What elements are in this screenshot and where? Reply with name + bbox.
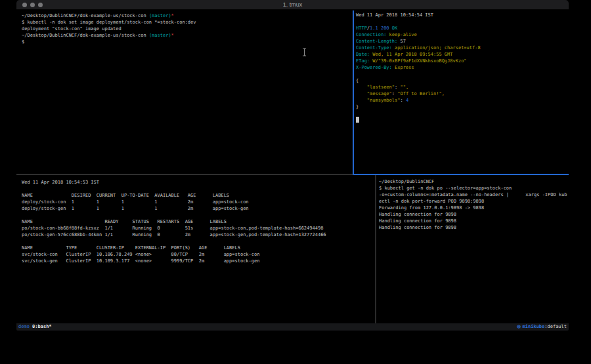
traffic-lights (22, 0, 43, 10)
terminal-line: deployment "stock-con" image updated (22, 26, 353, 32)
terminal-line: $ kubectl get -n dok po --selector=app=s… (379, 185, 569, 192)
terminal-text: Content-Type: (356, 45, 392, 51)
terminal-text: $ kubectl get -n dok po --selector=app=s… (379, 186, 512, 191)
terminal-text: ectl -n dok port-forward POD 9898:9898 (379, 199, 484, 204)
terminal-line: X-Powered-By: Express (356, 64, 569, 71)
terminal-line: svc/stock-gen ClusterIP 10.109.3.177 <no… (22, 258, 375, 264)
terminal-text: ~/Desktop/DublinCNCF/dok-example-us/stoc… (22, 13, 149, 18)
window-titlebar: 1. tmux (16, 0, 569, 10)
terminal-line: NAME DESIRED CURRENT UP-TO-DATE AVAILABL… (22, 192, 375, 199)
terminal-text: po/stock-gen-576cc688bb-44kmn 1/1 Runnin… (22, 232, 326, 237)
terminal-line: deploy/stock-gen 1 1 1 1 2m app=stock-ge… (22, 205, 375, 212)
terminal-text: Handling connection for 9898 (379, 212, 456, 217)
kube-namespace: :default (544, 323, 567, 331)
terminal-line: NAME TYPE CLUSTER-IP EXTERNAL-IP PORT(S)… (22, 245, 375, 251)
terminal-line: Handling connection for 9898 (379, 224, 569, 231)
terminal-line: Wed 11 Apr 2018 10:54:54 IST (356, 12, 569, 18)
terminal-text: Wed 11 Apr 2018 10:54:53 IST (22, 180, 99, 185)
pane-bottom-left-kubectl-watch[interactable]: Wed 11 Apr 2018 10:54:53 ISTNAME DESIRED… (16, 175, 375, 323)
terminal-text: HTTP (356, 26, 367, 31)
terminal-line (356, 110, 569, 117)
terminal-line: -o=custom-columns=:metadata.name --no-he… (379, 192, 569, 198)
terminal-text: svc/stock-gen ClusterIP 10.109.3.177 <no… (22, 258, 259, 264)
tmux-status-bar: demo 0:bash* ☸ minikube :default (16, 323, 569, 331)
terminal-text: Content-Length: (356, 39, 397, 44)
terminal-line: Wed 11 Apr 2018 10:54:53 IST (22, 179, 375, 186)
terminal-text: * (171, 33, 174, 38)
terminal-line: Date: Wed, 11 Apr 2018 09:54:55 GMT (356, 51, 569, 58)
terminal-line: svc/stock-con ClusterIP 10.106.78.249 <n… (22, 251, 375, 258)
window-tab[interactable]: 0:bash* (32, 323, 52, 331)
terminal-text: (master) (149, 13, 171, 18)
tmux-panes: ~/Desktop/DublinCNCF/dok-example-us/stoc… (16, 10, 569, 323)
terminal-line: "numsymbols": 4 (356, 97, 569, 104)
terminal-line (22, 212, 375, 218)
close-button[interactable] (22, 3, 27, 7)
terminal-text: "", (400, 85, 408, 90)
terminal-line: Connection: keep-alive (356, 31, 569, 38)
terminal-text: NAME DESIRED CURRENT UP-TO-DATE AVAILABL… (22, 193, 229, 198)
kubernetes-helm-icon: ☸ (516, 323, 521, 331)
terminal-text: Forwarding from 127.0.0.1:9898 -> 9898 (379, 205, 484, 211)
terminal-window: 1. tmux ~/Desktop/DublinCNCF/dok-example… (16, 0, 569, 331)
terminal-text: X-Powered-By: (356, 65, 392, 70)
mouse-ibeam-cursor (302, 48, 307, 56)
terminal-text: deployment "stock-con" image updated (22, 26, 121, 31)
terminal-text: : (392, 91, 397, 96)
terminal-text: po/stock-con-bb68f88fd-kzsxz 1/1 Running… (22, 226, 323, 231)
terminal-text: $ kubectl -n dok set image deployment/st… (22, 20, 196, 25)
pane-top-right-http-response[interactable]: Wed 11 Apr 2018 10:54:54 ISTHTTP/1.1 200… (354, 10, 569, 174)
pane-bottom-right-port-forward[interactable]: ~/Desktop/DublinCNCF$ kubectl get -n dok… (376, 175, 569, 323)
terminal-text: keep-alive (386, 32, 416, 37)
terminal-line: Content-Length: 57 (356, 38, 569, 45)
terminal-line: $ (22, 39, 353, 45)
terminal-text: Handling connection for 9898 (379, 218, 456, 224)
kube-context: minikube (523, 323, 545, 331)
terminal-text: NAME READY STATUS RESTARTS AGE LABELS (22, 219, 227, 224)
pane-top-left-shell[interactable]: ~/Desktop/DublinCNCF/dok-example-us/stoc… (16, 10, 353, 174)
terminal-line: $ kubectl -n dok set image deployment/st… (22, 19, 353, 26)
zoom-button[interactable] (38, 3, 43, 7)
terminal-line: Content-Type: application/json; charset=… (356, 45, 569, 51)
terminal-text: 4 (406, 98, 408, 103)
terminal-line: HTTP/1.1 200 OK (356, 25, 569, 31)
block-cursor (356, 117, 359, 123)
terminal-line: po/stock-gen-576cc688bb-44kmn 1/1 Runnin… (22, 232, 375, 238)
terminal-line: ectl -n dok port-forward POD 9898:9898 (379, 198, 569, 205)
terminal-line: deploy/stock-con 1 1 1 1 2m app=stock-co… (22, 199, 375, 205)
terminal-text: Date: (356, 52, 370, 57)
minimize-button[interactable] (30, 3, 35, 7)
terminal-line: ETag: W/"39-0xBPf9aF1dXVNkhsxoBQgJ8vKzo" (356, 58, 569, 64)
terminal-text: : (400, 98, 405, 103)
terminal-text: deploy/stock-con 1 1 1 1 2m app=stock-co… (22, 199, 249, 205)
terminal-line (356, 117, 569, 123)
terminal-line: ~/Desktop/DublinCNCF/dok-example-us/stoc… (22, 12, 353, 19)
terminal-line: ~/Desktop/DublinCNCF/dok-example-us/stoc… (22, 32, 353, 39)
terminal-line: } (356, 104, 569, 110)
status-right: ☸ minikube :default (516, 323, 567, 331)
terminal-line: Handling connection for 9898 (379, 218, 569, 224)
terminal-text: ETag: (356, 58, 370, 64)
terminal-line (22, 238, 375, 245)
terminal-text: $ (22, 39, 24, 45)
terminal-line: "lastseen": "", (356, 84, 569, 91)
terminal-line (22, 186, 375, 192)
terminal-text: W/"39-0xBPf9aF1dXVNkhsxoBQgJ8vKzo" (370, 58, 467, 64)
terminal-text: Wed 11 Apr 2018 10:54:54 IST (356, 12, 433, 18)
terminal-line: ~/Desktop/DublinCNCF (379, 178, 569, 185)
terminal-text: ~/Desktop/DublinCNCF (379, 179, 434, 184)
terminal-text: * (171, 13, 174, 18)
terminal-text: "message" (356, 91, 392, 96)
terminal-text: ~/Desktop/DublinCNCF/dok-example-us/stoc… (22, 33, 149, 38)
terminal-text: "lastseen" (356, 85, 395, 90)
terminal-line: po/stock-con-bb68f88fd-kzsxz 1/1 Running… (22, 225, 375, 232)
terminal-text: "Off to Berlin!", (397, 91, 445, 96)
terminal-text: (master) (149, 33, 171, 38)
terminal-text: OK (389, 26, 398, 31)
terminal-text: 57 (397, 39, 406, 44)
terminal-text: Handling connection for 9898 (379, 225, 456, 230)
terminal-line (356, 71, 569, 77)
terminal-text: "numsymbols" (356, 98, 400, 103)
terminal-line (356, 18, 569, 25)
desktop-background: 1. tmux ~/Desktop/DublinCNCF/dok-example… (0, 0, 591, 364)
